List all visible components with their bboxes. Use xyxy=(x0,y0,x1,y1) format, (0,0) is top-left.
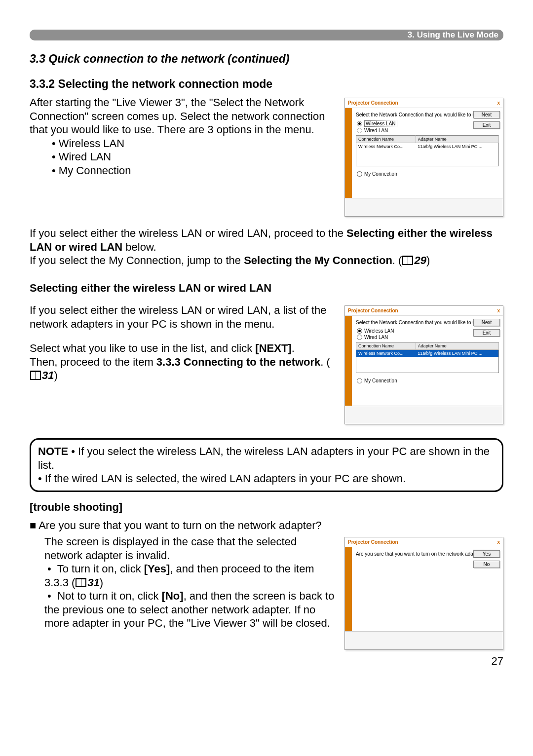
exit-button[interactable]: Exit xyxy=(473,329,500,337)
no-button[interactable]: No xyxy=(473,561,500,568)
dialog-select-network-2: Projector Connection x Select the Networ… xyxy=(344,305,503,424)
book-icon xyxy=(30,371,41,380)
dialog-title: Projector Connection xyxy=(348,539,398,545)
header-bar: 3. Using the Live Mode xyxy=(30,30,503,40)
yes-button[interactable]: Yes xyxy=(473,550,500,558)
sel-p1: If you select either the wireless LAN or… xyxy=(30,303,335,331)
dialog-footer xyxy=(345,631,503,649)
dialog-sidebar xyxy=(345,547,352,631)
close-icon[interactable]: x xyxy=(497,100,500,106)
adapter-table[interactable]: Connection Name Adapter Name Wireless Ne… xyxy=(356,135,499,166)
ts-question: Are you sure that you want to turn on th… xyxy=(30,519,503,532)
col-adapter: Adapter Name xyxy=(416,342,498,350)
radio-myconnection[interactable]: My Connection xyxy=(357,378,499,383)
radio-myconnection[interactable]: My Connection xyxy=(357,171,499,177)
ts-bullet-yes: To turn it on, click [Yes], and then pro… xyxy=(44,562,335,589)
subsection-heading: 3.3.2 Selecting the network connection m… xyxy=(30,77,503,91)
dialog-turn-on-adapter: Projector Connection x Are you sure that… xyxy=(344,537,503,650)
option-wireless: • Wireless LAN xyxy=(52,137,335,151)
note-box: NOTE • If you select the wireless LAN, t… xyxy=(30,438,503,492)
exit-button[interactable]: Exit xyxy=(473,121,500,129)
page-number: 27 xyxy=(30,655,503,668)
dialog-sidebar xyxy=(345,108,352,198)
ts-paragraph: The screen is displayed in the case that… xyxy=(44,535,335,562)
dialog-select-network-1: Projector Connection x Select the Networ… xyxy=(344,98,503,217)
dialog-footer xyxy=(345,406,503,424)
col-adapter: Adapter Name xyxy=(416,136,498,143)
next-button[interactable]: Next xyxy=(473,111,500,118)
col-connection: Connection Name xyxy=(356,342,416,350)
ts-bullet-no: Not to turn it on, click [No], and then … xyxy=(44,589,335,630)
follow-paragraph: If you select either the wireless LAN or… xyxy=(30,227,503,267)
troubleshoot-heading: [trouble shooting] xyxy=(30,501,503,514)
col-connection: Connection Name xyxy=(356,136,416,143)
close-icon[interactable]: x xyxy=(497,308,500,313)
adapter-table[interactable]: Connection Name Adapter Name Wireless Ne… xyxy=(356,342,499,373)
sel-p2: Select what you like to use in the list,… xyxy=(30,341,335,355)
table-row[interactable]: Wireless Network Co... 11a/b/g Wireless … xyxy=(356,350,499,357)
option-wired: • Wired LAN xyxy=(52,150,335,164)
dialog-sidebar xyxy=(345,316,352,406)
section-continued: 3.3 Quick connection to the network (con… xyxy=(30,52,503,66)
intro-paragraph: After starting the "Live Viewer 3", the … xyxy=(30,96,335,137)
dialog-footer xyxy=(345,198,503,216)
book-icon xyxy=(402,256,413,265)
dialog-title: Projector Connection xyxy=(348,100,398,106)
close-icon[interactable]: x xyxy=(497,539,500,545)
dialog-title: Projector Connection xyxy=(348,308,398,313)
option-myconn: • My Connection xyxy=(52,164,335,178)
header-title: 3. Using the Live Mode xyxy=(408,30,498,40)
sel-p3: Then, proceed to the item 3.3.3 Connecti… xyxy=(30,355,335,382)
book-icon xyxy=(76,578,86,587)
table-row[interactable]: Wireless Network Co... 11a/b/g Wireless … xyxy=(356,143,499,151)
next-button[interactable]: Next xyxy=(473,319,500,326)
selecting-heading: Selecting either the wireless LAN or wir… xyxy=(30,281,503,295)
